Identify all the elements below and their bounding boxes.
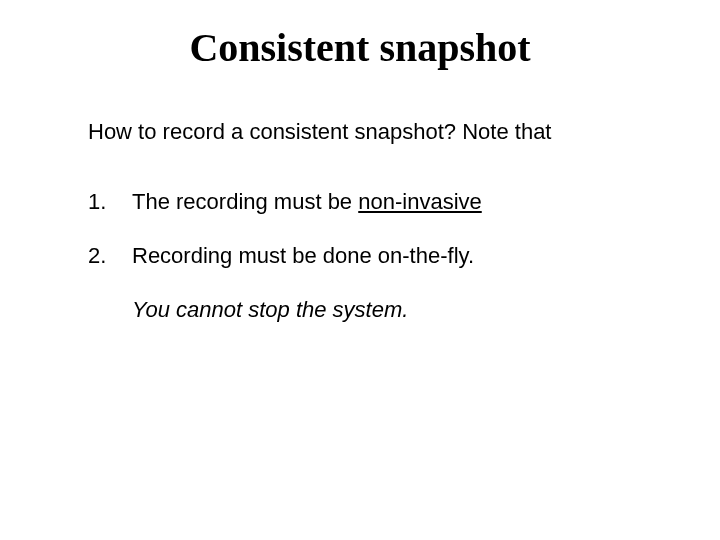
numbered-list: 1. The recording must be non-invasive 2.…	[88, 189, 720, 323]
list-item: 1. The recording must be non-invasive	[88, 189, 720, 215]
item-number: 2.	[88, 243, 132, 269]
slide-title: Consistent snapshot	[0, 24, 720, 71]
item-number: 1.	[88, 189, 132, 215]
item-text-underlined: non-invasive	[358, 189, 482, 214]
item-text: The recording must be non-invasive	[132, 189, 482, 215]
item-text-before: The recording must be	[132, 189, 358, 214]
slide: Consistent snapshot How to record a cons…	[0, 0, 720, 540]
item-text: Recording must be done on-the-fly.	[132, 243, 474, 269]
intro-text: How to record a consistent snapshot? Not…	[88, 119, 720, 145]
list-item: 2. Recording must be done on-the-fly.	[88, 243, 720, 269]
item-text-before: Recording must be done on-the-fly.	[132, 243, 474, 268]
closing-note: You cannot stop the system.	[132, 297, 720, 323]
